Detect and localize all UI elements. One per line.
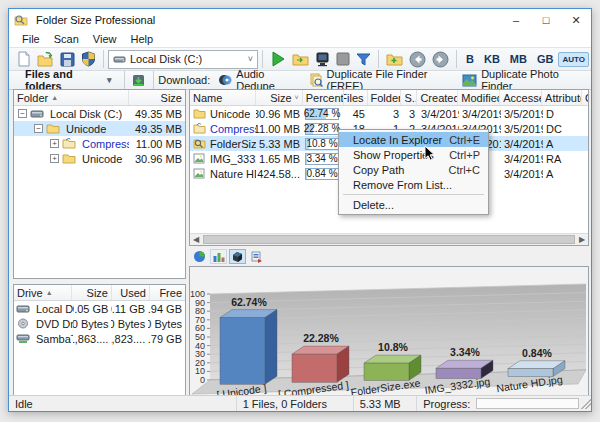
menu-item-label: Locate In Explorer bbox=[353, 134, 449, 146]
compressed-folder-icon bbox=[193, 123, 207, 135]
size-column-header[interactable]: Size bbox=[72, 285, 112, 300]
filter-button[interactable] bbox=[353, 49, 374, 69]
bar-chart-3d-icon bbox=[231, 250, 244, 263]
drive-column-header[interactable]: Drive ▲ bbox=[14, 285, 72, 300]
menu-item-copy-path[interactable]: Copy Path Ctrl+C bbox=[339, 162, 488, 177]
save-button[interactable] bbox=[57, 49, 78, 69]
drive-selector-dropdown[interactable]: Local Disk (C:) ˅ bbox=[108, 50, 258, 69]
scan-network-button[interactable] bbox=[312, 49, 333, 69]
expand-icon[interactable]: + bbox=[50, 139, 59, 148]
menu-view[interactable]: View bbox=[86, 32, 124, 46]
drive-row-dvd[interactable]: DVD Driv... 0 Bytes 0 Bytes 0 Bytes bbox=[14, 316, 185, 331]
drive-row-local[interactable]: Local Dis... 59.05 GB 19.11 GB 39.94 GB bbox=[14, 301, 185, 316]
menu-help[interactable]: Help bbox=[123, 32, 160, 46]
files-and-folders-dropdown[interactable]: Files and folders ▾ bbox=[17, 71, 120, 90]
scan-folder-button[interactable] bbox=[289, 49, 312, 69]
new-list-button[interactable] bbox=[13, 49, 34, 69]
menu-item-show-properties[interactable]: Show Properties Ctrl+P bbox=[339, 147, 488, 162]
download-label: Download: bbox=[158, 74, 210, 86]
bar-chart-3d-button[interactable] bbox=[229, 249, 246, 264]
percent-bar: 3.34 % bbox=[305, 153, 339, 165]
dvd-drive-icon bbox=[16, 318, 30, 330]
drive-row-samba[interactable]: SambaTe... 1,863.... 1,823.... 39.79 GB bbox=[14, 331, 185, 346]
free-column-header[interactable]: Free bbox=[150, 285, 185, 300]
attributes-column-header[interactable]: Attributes bbox=[542, 90, 582, 105]
folders-column-header[interactable]: Folders bbox=[368, 90, 402, 105]
menu-item-label: Copy Path bbox=[353, 164, 449, 176]
unit-auto-button[interactable]: AUTO bbox=[558, 52, 589, 67]
attributes-header-label: Attributes bbox=[545, 92, 582, 104]
minimize-button[interactable]: – bbox=[501, 9, 531, 31]
horizontal-scrollbar[interactable]: ◀ ▶ bbox=[190, 233, 588, 245]
created-column-header[interactable]: Created bbox=[417, 90, 458, 105]
secondary-toolbar: Files and folders ▾ Download: Audio Dedu… bbox=[9, 71, 591, 90]
tree-row-local-disk[interactable]: − Local Disk (C:) 49.35 MB bbox=[14, 106, 185, 121]
used-column-header[interactable]: Used bbox=[112, 285, 150, 300]
scroll-left-icon[interactable]: ◀ bbox=[190, 234, 202, 245]
tree-row-compressed[interactable]: + Compressed 11.00 MB bbox=[14, 136, 185, 151]
menu-item-remove-from-list[interactable]: Remove From List... bbox=[339, 177, 488, 192]
bar-chart-button[interactable] bbox=[210, 249, 227, 264]
unit-mb-button[interactable]: MB bbox=[505, 49, 532, 69]
size-column-header[interactable]: Size ˅ bbox=[256, 90, 303, 105]
menu-scan[interactable]: Scan bbox=[47, 32, 86, 46]
scrollbar-thumb[interactable] bbox=[203, 235, 575, 244]
name-column-header[interactable]: Name bbox=[190, 90, 256, 105]
size-header-label: Size bbox=[161, 92, 182, 104]
file-size: 30.96 MB bbox=[256, 108, 303, 120]
sort-desc-icon: ˅ bbox=[295, 94, 299, 101]
close-button[interactable]: ✕ bbox=[561, 9, 591, 31]
open-button[interactable] bbox=[34, 49, 57, 69]
usage-chart: 010203040506070809010062.74%[ Unicode ]2… bbox=[189, 266, 589, 396]
drive-used: 1,823.... bbox=[111, 333, 148, 345]
drive-list-header: Drive ▲ Size Used Free bbox=[14, 285, 185, 301]
pie-chart-button[interactable] bbox=[191, 249, 208, 264]
collapse-icon[interactable]: − bbox=[18, 109, 27, 118]
folder-column-header[interactable]: Folder ▲ bbox=[14, 90, 129, 105]
forward-icon bbox=[432, 51, 449, 68]
maximize-button[interactable]: □ bbox=[531, 9, 561, 31]
file-row-unicode[interactable]: Unicode 30.96 MB 62.74 % 45 3 3 3/4/2019… bbox=[190, 106, 588, 121]
s-column-header[interactable]: S... bbox=[401, 90, 417, 105]
toolbar-separator bbox=[456, 50, 457, 68]
unit-b-button[interactable]: B bbox=[461, 49, 479, 69]
scan-button[interactable] bbox=[267, 49, 289, 69]
percent-column-header[interactable]: Percent bbox=[303, 90, 344, 105]
c-column-header[interactable]: C bbox=[582, 90, 588, 105]
back-button[interactable] bbox=[406, 49, 429, 69]
tree-row-unicode-selected[interactable]: − Unicode 49.35 MB bbox=[14, 121, 185, 136]
size-header-label: Size bbox=[270, 92, 291, 104]
unit-gb-button[interactable]: GB bbox=[532, 49, 559, 69]
export-chart-button[interactable] bbox=[248, 249, 265, 264]
modified-header-label: Modified bbox=[461, 92, 500, 104]
admin-button[interactable] bbox=[78, 49, 99, 69]
size-column-header[interactable]: Size bbox=[129, 90, 185, 105]
download-manager-button[interactable] bbox=[128, 70, 149, 90]
files-column-header[interactable]: Files bbox=[344, 90, 368, 105]
svg-text:90: 90 bbox=[195, 298, 205, 308]
accessed-column-header[interactable]: Accessed bbox=[500, 90, 542, 105]
tree-item-label: Unicode bbox=[79, 153, 129, 165]
unit-kb-button[interactable]: KB bbox=[479, 49, 505, 69]
expand-icon[interactable]: + bbox=[50, 154, 59, 163]
menu-item-locate-in-explorer[interactable]: Locate In Explorer Ctrl+E bbox=[339, 132, 488, 147]
collapse-icon[interactable]: − bbox=[34, 124, 43, 133]
menu-file[interactable]: File bbox=[15, 32, 47, 46]
resize-grip-icon[interactable] bbox=[581, 399, 591, 409]
duplicate-file-finder-icon bbox=[309, 73, 323, 87]
stop-button[interactable] bbox=[333, 49, 353, 69]
menu-item-delete[interactable]: Delete... bbox=[339, 197, 488, 212]
add-folder-button[interactable] bbox=[383, 49, 406, 69]
tree-row-unicode-child[interactable]: + Unicode 30.96 MB bbox=[14, 151, 185, 166]
svg-text:40: 40 bbox=[195, 341, 205, 351]
svg-text:62.74%: 62.74% bbox=[231, 296, 267, 308]
svg-text:70: 70 bbox=[195, 315, 205, 325]
application-icon bbox=[193, 138, 207, 150]
s-header-label: S... bbox=[404, 92, 417, 104]
modified-column-header[interactable]: Modified bbox=[458, 90, 500, 105]
file-accessed: 3/5/2019... bbox=[501, 108, 543, 120]
drive-icon bbox=[30, 108, 44, 120]
scroll-right-icon[interactable]: ▶ bbox=[576, 234, 588, 245]
forward-button[interactable] bbox=[429, 49, 452, 69]
svg-text:10.8%: 10.8% bbox=[378, 341, 408, 353]
